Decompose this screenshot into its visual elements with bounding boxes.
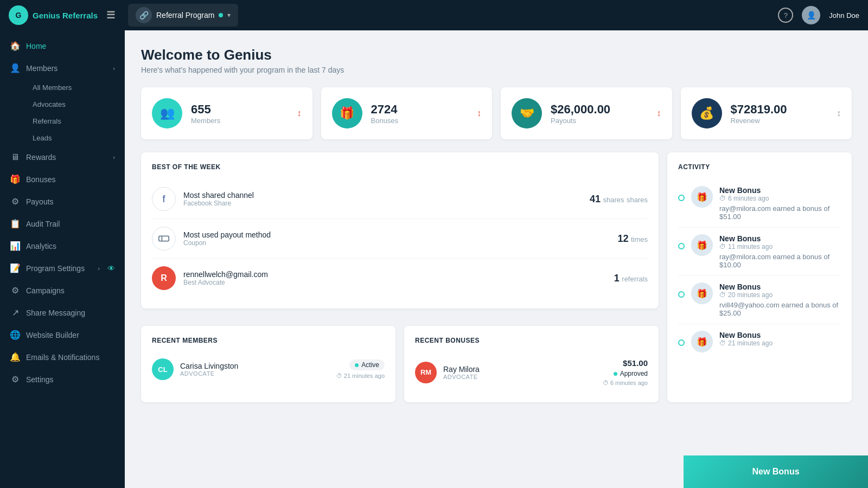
payouts-icon: ⚙ <box>10 196 21 207</box>
trend-arrow-members: ↕ <box>297 108 302 118</box>
avatar[interactable]: 👤 <box>802 6 820 24</box>
sidebar-item-home[interactable]: 🏠 Home <box>0 35 125 57</box>
gear-icon: ⚙ <box>10 374 21 384</box>
bow-stat-coupon: 12 times <box>617 233 648 245</box>
stat-cards: 👥 655 Members ↕ 🎁 2724 Bonuses ↕ 🤝 $26,0… <box>141 87 852 139</box>
chevron-right-icon-rewards: › <box>113 154 115 160</box>
settings-icon: 📝 <box>10 263 21 273</box>
help-button[interactable]: ? <box>778 8 793 23</box>
new-bonus-button[interactable]: New Bonus <box>684 455 868 488</box>
bonus-amount: $51.00 <box>623 358 648 368</box>
sidebar-item-advocates[interactable]: Advocates <box>26 96 125 113</box>
activity-desc-2: rvill49@yahoo.com earned a bonus of $25.… <box>719 301 841 317</box>
trend-arrow-payouts: ↕ <box>657 108 661 118</box>
layout: 🏠 Home 👤 Members › All Members Advocates… <box>0 30 868 488</box>
page-subtitle: Here's what's happened with your program… <box>141 66 852 74</box>
member-info: Carisa Livingston ADVOCATE <box>180 362 330 377</box>
activity-dot-1 <box>678 243 685 249</box>
revenew-label: Revenew <box>731 117 787 125</box>
members-stat-icon: 👥 <box>152 98 182 129</box>
sidebar-item-program-settings[interactable]: 📝 Program Settings › 👁 <box>0 257 125 279</box>
sidebar-website-builder-label: Website Builder <box>26 331 79 339</box>
recent-bonuses-card: RECENT BONUSES RM Ray Milora ADVOCATE $5… <box>404 326 659 402</box>
logo[interactable]: G Genius Referrals ☰ <box>9 5 128 25</box>
bow-sub-coupon: Coupon <box>183 239 610 247</box>
activity-icon-3: 🎁 <box>691 331 713 352</box>
recent-row: RECENT MEMBERS CL Carisa Livingston ADVO… <box>141 326 659 402</box>
trend-arrow-bonuses: ↕ <box>477 108 481 118</box>
sidebar: 🏠 Home 👤 Members › All Members Advocates… <box>0 30 125 488</box>
stat-card-members[interactable]: 👥 655 Members ↕ <box>141 87 312 139</box>
sidebar-item-referrals[interactable]: Referrals <box>26 113 125 130</box>
sidebar-item-bonuses[interactable]: 🎁 Bonuses <box>0 168 125 190</box>
share-icon: ↗ <box>10 307 21 318</box>
activity-title-0: New Bonus <box>719 186 841 195</box>
activity-item-0: 🎁 New Bonus ⏱ 6 minutes ago ray@milora.c… <box>678 179 841 228</box>
sidebar-members-label: Members <box>26 64 58 73</box>
member-time: ⏱ 21 minutes ago <box>336 373 385 379</box>
recent-bonus-item: RM Ray Milora ADVOCATE $51.00 Approved <box>415 353 648 391</box>
sidebar-item-leads[interactable]: Leads <box>26 130 125 146</box>
sidebar-item-emails-notifications[interactable]: 🔔 Emails & Notifications <box>0 346 125 368</box>
activity-item-1: 🎁 New Bonus ⏱ 11 minutes ago ray@milora.… <box>678 228 841 276</box>
bonus-role: ADVOCATE <box>443 374 596 380</box>
bonuses-stat-icon: 🎁 <box>332 98 362 129</box>
program-status-dot <box>219 13 223 17</box>
bow-num-coupon: 12 <box>617 233 628 244</box>
logo-icon: G <box>9 5 28 25</box>
bonus-dot <box>614 372 617 376</box>
activity-desc-1: ray@milora.com earned a bonus of $10.00 <box>719 253 841 269</box>
all-members-label: All Members <box>33 84 72 92</box>
middle-row: BEST OF THE WEEK f Most shared channel F… <box>141 152 852 402</box>
sidebar-audit-label: Audit Trail <box>26 220 60 228</box>
sidebar-item-settings[interactable]: ⚙ Settings <box>0 368 125 390</box>
stat-info-payouts: $26,000.00 Payouts <box>551 102 610 125</box>
sidebar-emails-label: Emails & Notifications <box>26 353 99 362</box>
activity-time-3: ⏱ 21 minutes ago <box>719 339 841 347</box>
sidebar-item-payouts[interactable]: ⚙ Payouts <box>0 190 125 213</box>
chevron-down-icon: ▾ <box>227 11 231 19</box>
activity-title-3: New Bonus <box>719 331 841 339</box>
activity-dot-0 <box>678 195 685 201</box>
activity-time-0: ⏱ 6 minutes ago <box>719 195 841 202</box>
activity-title-2: New Bonus <box>719 282 841 291</box>
activity-dot-3 <box>678 339 685 346</box>
bow-info-facebook: Most shared channel Facebook Share <box>183 191 582 207</box>
sidebar-item-all-members[interactable]: All Members <box>26 79 125 96</box>
sidebar-item-rewards[interactable]: 🖥 Rewards › <box>0 146 125 168</box>
activity-dot-2 <box>678 291 685 298</box>
bow-main-facebook: Most shared channel <box>183 191 582 200</box>
sidebar-bonuses-label: Bonuses <box>26 175 55 184</box>
bonuses-value: 2724 <box>371 102 399 117</box>
bow-title: BEST OF THE WEEK <box>152 163 648 171</box>
bow-info-coupon: Most used payout method Coupon <box>183 230 610 247</box>
activity-body-0: New Bonus ⏱ 6 minutes ago ray@milora.com… <box>719 186 841 221</box>
sidebar-item-members[interactable]: 👤 Members › <box>0 57 125 79</box>
bow-stat-advocate: 1 referrals <box>614 273 648 284</box>
members-icon: 👤 <box>10 63 21 73</box>
bonus-status-group: $51.00 Approved ⏱ 6 minutes ago <box>603 358 648 386</box>
activity-desc-0: ray@milora.com earned a bonus of $51.00 <box>719 204 841 221</box>
activity-time-2: ⏱ 20 minutes ago <box>719 291 841 299</box>
activity-card: ACTIVITY 🎁 New Bonus ⏱ 6 minutes ago ray… <box>667 152 852 402</box>
sidebar-item-share-messaging[interactable]: ↗ Share Messaging <box>0 301 125 324</box>
bow-main-coupon: Most used payout method <box>183 230 610 239</box>
new-bonus-label: New Bonus <box>752 467 799 477</box>
bow-info-advocate: rennellwelch@gmail.com Best Advocate <box>183 270 607 286</box>
sidebar-item-analytics[interactable]: 📊 Analytics <box>0 235 125 257</box>
stat-card-bonuses[interactable]: 🎁 2724 Bonuses ↕ <box>321 87 493 139</box>
stat-card-payouts[interactable]: 🤝 $26,000.00 Payouts ↕ <box>501 87 672 139</box>
sidebar-item-audit-trail[interactable]: 📋 Audit Trail <box>0 213 125 235</box>
members-value: 655 <box>191 102 220 117</box>
program-selector[interactable]: 🔗 Referral Program ▾ <box>128 4 238 27</box>
advocates-label: Advocates <box>33 100 66 108</box>
sidebar-item-campaigns[interactable]: ⚙ Campaigns <box>0 279 125 301</box>
hamburger-icon[interactable]: ☰ <box>106 9 115 21</box>
page-title: Welcome to Genius <box>141 47 852 63</box>
website-icon: 🌐 <box>10 330 21 340</box>
eye-icon: 👁 <box>107 264 115 273</box>
payouts-value: $26,000.00 <box>551 102 610 117</box>
activity-icon-2: 🎁 <box>691 282 713 304</box>
stat-card-revenew[interactable]: 💰 $72819.00 Revenew ↕ <box>681 87 852 139</box>
sidebar-item-website-builder[interactable]: 🌐 Website Builder <box>0 324 125 346</box>
